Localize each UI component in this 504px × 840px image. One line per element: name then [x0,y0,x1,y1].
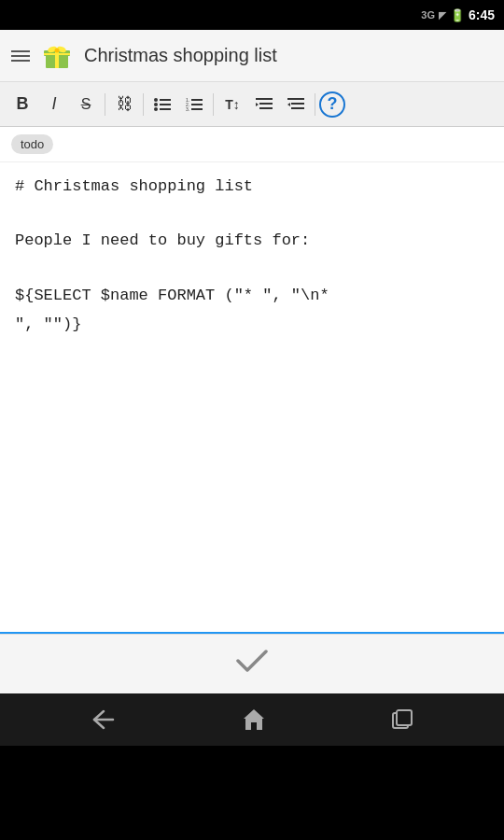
battery-icon: 🔋 [450,8,465,22]
toolbar-divider-2 [143,93,144,116]
app-header: Christmas shopping list [0,30,504,82]
todo-badge-area: todo [0,127,504,162]
description-line: People I need to buy gifts for: [15,228,489,253]
action-bar [0,634,504,693]
svg-text:3.: 3. [186,106,189,112]
toolbar-divider-1 [105,93,105,116]
app-icon [41,40,73,72]
strikethrough-button[interactable]: S [71,88,101,121]
svg-point-10 [154,98,158,102]
ordered-list-button[interactable]: 1. 2. 3. [179,88,209,121]
toolbar-divider-3 [213,93,214,116]
outdent-button[interactable] [281,88,311,121]
svg-point-11 [154,103,158,106]
heading-line: # Christmas shopping list [15,174,489,199]
signal-indicator: 3G [421,9,435,21]
blank-line-2 [15,258,489,283]
status-bar: 3G ◤ 🔋 6:45 [0,0,504,30]
link-button[interactable]: ⛓ [109,88,139,121]
code-line-1: ${SELECT $name FORMAT ("* ", "\n* [15,283,489,308]
signal-bars: ◤ [439,9,446,21]
formatting-toolbar: B I S ⛓ 1. 2. 3. T↕ [0,82,504,127]
bold-button[interactable]: B [7,88,37,121]
page-title: Christmas shopping list [84,45,493,66]
recents-button[interactable] [376,701,428,738]
text-style-button[interactable]: T↕ [217,88,247,121]
indent-button[interactable] [249,88,279,121]
editor-content[interactable]: # Christmas shopping list People I need … [0,162,504,634]
svg-rect-3 [44,53,70,55]
svg-rect-28 [397,710,412,725]
cursor-line [0,632,504,634]
svg-rect-2 [55,50,59,68]
menu-button[interactable] [11,50,30,62]
svg-point-6 [55,48,60,52]
unordered-list-button[interactable] [147,88,177,121]
todo-badge: todo [11,134,53,154]
confirm-button[interactable] [235,648,269,680]
toolbar-divider-4 [315,93,315,116]
back-button[interactable] [76,702,132,737]
help-button[interactable]: ? [319,91,345,118]
svg-point-12 [154,107,158,111]
home-button[interactable] [227,700,281,739]
code-line-2: ", "")} [15,312,489,337]
blank-line-1 [15,203,489,228]
system-nav-bar [0,693,504,746]
clock: 6:45 [469,7,495,22]
svg-marker-26 [244,709,264,730]
italic-button[interactable]: I [39,88,69,121]
